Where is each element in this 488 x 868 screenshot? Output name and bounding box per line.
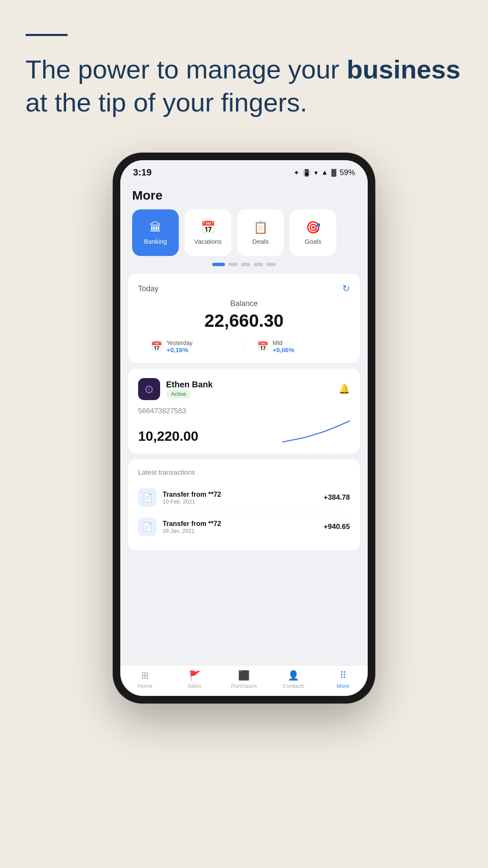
page-title: More bbox=[120, 181, 368, 209]
wifi-icon: ▾ bbox=[314, 169, 318, 177]
vacations-icon: 📅 bbox=[201, 220, 216, 234]
nav-purchases[interactable]: ⬛ Purchases bbox=[219, 670, 269, 689]
phone: 3:19 ✦ 📳 ▾ ▲ ▓ 59% More 🏛 bbox=[113, 153, 375, 704]
hero-line bbox=[25, 34, 68, 36]
yesterday-title: Yesterday bbox=[166, 339, 193, 346]
txn-amount-1: +384.78 bbox=[324, 493, 350, 502]
txn-details-2: Transfer from **72 28 Jan. 2021 bbox=[163, 520, 318, 534]
vibrate-icon: 📳 bbox=[302, 169, 311, 177]
dot-2 bbox=[228, 263, 238, 266]
category-tabs[interactable]: 🏛 Banking 📅 Vacations 📋 Deals 🎯 Goals bbox=[120, 209, 368, 263]
bell-icon[interactable]: 🔔 bbox=[338, 384, 350, 395]
pagination-dots bbox=[120, 263, 368, 266]
signal-icon: ▲ bbox=[321, 169, 328, 176]
phone-screen: 3:19 ✦ 📳 ▾ ▲ ▓ 59% More 🏛 bbox=[120, 160, 368, 696]
balance-card: Today ↻ Balance 22,660.30 📅 Yesterday +0… bbox=[128, 274, 360, 363]
battery-text: 59% bbox=[340, 168, 355, 177]
transactions-title: Latest transactions bbox=[138, 469, 350, 476]
bank-details: Ethen Bank Active bbox=[166, 380, 213, 398]
contacts-icon: 👤 bbox=[288, 670, 299, 681]
vacations-label: Vacations bbox=[194, 238, 222, 245]
dot-4 bbox=[254, 263, 263, 266]
nav-contacts[interactable]: 👤 Contacts bbox=[269, 670, 318, 689]
hero-section: The power to manage your business at the… bbox=[0, 0, 488, 136]
mtd-value: +0,06% bbox=[273, 346, 294, 353]
deals-icon: 📋 bbox=[253, 220, 268, 234]
hero-text: The power to manage your business at the… bbox=[25, 53, 463, 119]
yesterday-value: +0,16% bbox=[166, 346, 193, 353]
txn-amount-2: +940.65 bbox=[324, 523, 350, 531]
txn-date-1: 10 Feb. 2021 bbox=[163, 498, 318, 505]
mtd-title: Mtd bbox=[273, 339, 294, 346]
home-icon: ⊞ bbox=[141, 670, 149, 681]
nav-sales[interactable]: 🚩 Sales bbox=[170, 670, 219, 689]
txn-name-2: Transfer from **72 bbox=[163, 520, 318, 528]
battery-icon: ▓ bbox=[331, 169, 336, 176]
yesterday-stat: 📅 Yesterday +0,16% bbox=[138, 339, 244, 353]
yesterday-icon: 📅 bbox=[151, 341, 162, 352]
goals-label: Goals bbox=[305, 238, 321, 245]
banking-icon: 🏛 bbox=[150, 220, 161, 234]
home-label: Home bbox=[138, 683, 152, 689]
card-header: Today ↻ bbox=[138, 283, 350, 294]
mtd-icon: 📅 bbox=[257, 341, 269, 352]
tab-deals[interactable]: 📋 Deals bbox=[237, 209, 284, 256]
txn-date-2: 28 Jan. 2021 bbox=[163, 528, 318, 534]
balance-stats: 📅 Yesterday +0,16% 📅 Mtd +0,06% bbox=[138, 339, 350, 353]
status-icons: ✦ 📳 ▾ ▲ ▓ 59% bbox=[294, 168, 355, 177]
bank-card[interactable]: ⊙ Ethen Bank Active 🔔 566473827583 10,22… bbox=[128, 369, 360, 453]
status-bar: 3:19 ✦ 📳 ▾ ▲ ▓ 59% bbox=[120, 160, 368, 181]
bottom-nav[interactable]: ⊞ Home 🚩 Sales ⬛ Purchases 👤 Contacts ⠿ bbox=[120, 665, 368, 696]
bank-balance-row: 10,220.00 bbox=[138, 419, 350, 444]
refresh-icon[interactable]: ↻ bbox=[342, 283, 350, 294]
dot-5 bbox=[266, 263, 276, 266]
tab-banking[interactable]: 🏛 Banking bbox=[132, 209, 179, 256]
status-time: 3:19 bbox=[133, 167, 152, 178]
bank-logo-icon: ⊙ bbox=[144, 383, 154, 396]
dot-3 bbox=[241, 263, 250, 266]
txn-icon-2: 📄 bbox=[138, 517, 157, 536]
tab-vacations[interactable]: 📅 Vacations bbox=[185, 209, 231, 256]
mtd-info: Mtd +0,06% bbox=[273, 339, 294, 353]
bank-status: Active bbox=[166, 389, 191, 398]
yesterday-info: Yesterday +0,16% bbox=[166, 339, 193, 353]
app-content[interactable]: More 🏛 Banking 📅 Vacations 📋 Deals bbox=[120, 181, 368, 665]
purchases-label: Purchases bbox=[231, 683, 257, 689]
nav-more[interactable]: ⠿ More bbox=[318, 670, 368, 689]
transactions-card: Latest transactions 📄 Transfer from **72… bbox=[128, 459, 360, 551]
nav-home[interactable]: ⊞ Home bbox=[120, 670, 170, 689]
bluetooth-icon: ✦ bbox=[294, 169, 299, 177]
transaction-item-1[interactable]: 📄 Transfer from **72 10 Feb. 2021 +384.7… bbox=[138, 483, 350, 512]
txn-name-1: Transfer from **72 bbox=[163, 491, 318, 498]
sales-label: Sales bbox=[188, 683, 202, 689]
balance-label: Balance bbox=[138, 299, 350, 308]
mtd-stat: 📅 Mtd +0,06% bbox=[244, 339, 350, 353]
transaction-item-2[interactable]: 📄 Transfer from **72 28 Jan. 2021 +940.6… bbox=[138, 512, 350, 541]
bank-balance: 10,220.00 bbox=[138, 428, 198, 444]
bank-logo: ⊙ bbox=[138, 378, 160, 400]
dot-1 bbox=[212, 263, 225, 266]
today-label: Today bbox=[138, 284, 158, 293]
bank-account-number: 566473827583 bbox=[138, 407, 350, 415]
deals-label: Deals bbox=[252, 238, 269, 245]
phone-wrapper: 3:19 ✦ 📳 ▾ ▲ ▓ 59% More 🏛 bbox=[0, 153, 488, 704]
mini-chart bbox=[282, 419, 350, 444]
balance-amount: 22,660.30 bbox=[138, 311, 350, 331]
contacts-label: Contacts bbox=[283, 683, 304, 689]
txn-details-1: Transfer from **72 10 Feb. 2021 bbox=[163, 491, 318, 505]
txn-icon-1: 📄 bbox=[138, 488, 157, 507]
more-label: More bbox=[337, 683, 349, 689]
purchases-icon: ⬛ bbox=[238, 670, 250, 681]
banking-label: Banking bbox=[144, 238, 167, 245]
sales-icon: 🚩 bbox=[189, 670, 200, 681]
bank-name: Ethen Bank bbox=[166, 380, 213, 389]
bank-header: ⊙ Ethen Bank Active 🔔 bbox=[138, 378, 350, 400]
bank-info: ⊙ Ethen Bank Active bbox=[138, 378, 213, 400]
tab-goals[interactable]: 🎯 Goals bbox=[290, 209, 336, 256]
goals-icon: 🎯 bbox=[306, 220, 321, 234]
more-icon: ⠿ bbox=[340, 670, 347, 681]
